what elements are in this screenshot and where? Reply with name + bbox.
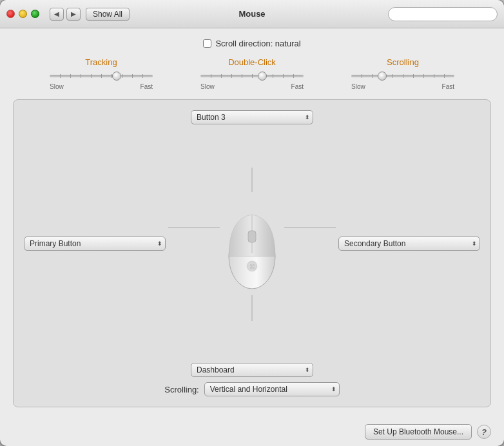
show-all-button[interactable]: Show All (86, 8, 130, 21)
double-click-range-labels: Slow Fast (200, 83, 304, 90)
tracking-label: Tracking (85, 57, 117, 67)
scrolling-select[interactable]: Vertical and Horizontal Vertical only Ho… (204, 382, 340, 396)
footer: Set Up Bluetooth Mouse... ? (0, 418, 504, 446)
close-button[interactable] (6, 10, 15, 18)
scrolling-fast-label: Fast (442, 83, 454, 90)
secondary-select-wrapper: Secondary Button Primary Button Button 3… (338, 237, 480, 251)
tracking-slider-wrap (50, 71, 153, 81)
dashboard-select[interactable]: Dashboard Mission Control Exposé Spaces … (191, 363, 313, 377)
mouse-container: ⌘ (220, 192, 284, 295)
mouse-diagram-area: ⌘ (166, 192, 338, 295)
scroll-direction-label[interactable]: Scroll direction: natural (203, 39, 300, 48)
double-click-fast-label: Fast (291, 83, 304, 90)
mouse-svg: ⌘ (220, 192, 284, 295)
svg-text:⌘: ⌘ (249, 264, 255, 270)
dashboard-row: Dashboard Mission Control Exposé Spaces … (191, 363, 313, 377)
tracking-range-labels: Slow Fast (50, 83, 153, 90)
dashboard-select-wrapper: Dashboard Mission Control Exposé Spaces … (191, 363, 313, 377)
scrolling-track (351, 75, 454, 77)
back-button[interactable]: ◀ (50, 8, 64, 21)
tracking-thumb[interactable] (112, 72, 121, 81)
window: ◀ ▶ Show All Mouse ⌕ Scroll direction: n… (0, 0, 504, 446)
double-click-slider-wrap (200, 71, 304, 81)
scrolling-range-labels: Slow Fast (351, 83, 454, 90)
svg-rect-2 (248, 231, 256, 242)
double-click-track (200, 75, 304, 77)
primary-button-select[interactable]: Primary Button Secondary Button Button 3… (24, 237, 166, 251)
bluetooth-mouse-button[interactable]: Set Up Bluetooth Mouse... (365, 424, 472, 440)
scrolling-label: Scrolling (387, 57, 419, 67)
scrolling-slider-group: Scrolling Slo (345, 57, 461, 90)
secondary-button-area: Secondary Button Primary Button Button 3… (338, 237, 480, 251)
bottom-connector-line (252, 295, 253, 321)
right-connector-line (284, 228, 336, 228)
mouse-middle-row: Primary Button Secondary Button Button 3… (24, 131, 480, 356)
scroll-direction-checkbox[interactable] (203, 39, 211, 48)
scrolling-options-row: Scrolling: Vertical and Horizontal Verti… (164, 382, 339, 396)
traffic-lights (6, 10, 39, 18)
double-click-slider-group: Double-Click (194, 57, 310, 90)
forward-button[interactable]: ▶ (66, 8, 81, 21)
double-click-label: Double-Click (228, 57, 276, 67)
content-area: Scroll direction: natural Tracking (0, 28, 504, 418)
top-connector-line (252, 168, 253, 192)
scrolling-slider-wrap (351, 71, 454, 81)
button3-select-wrapper: Button 3 Button 4 Button 5 ⬍ (191, 110, 313, 124)
tracking-fast-label: Fast (141, 83, 153, 90)
button3-select[interactable]: Button 3 Button 4 Button 5 (191, 110, 313, 124)
scrolling-select-wrapper: Vertical and Horizontal Vertical only Ho… (204, 382, 340, 396)
bottom-dropdowns: Dashboard Mission Control Exposé Spaces … (24, 363, 480, 396)
scrolling-options-label: Scrolling: (164, 385, 199, 394)
tracking-slow-label: Slow (50, 83, 64, 90)
scroll-direction-row: Scroll direction: natural (13, 39, 491, 48)
sliders-row: Tracking Slow (13, 57, 491, 90)
primary-button-area: Primary Button Secondary Button Button 3… (24, 237, 166, 251)
button3-row: Button 3 Button 4 Button 5 ⬍ (24, 110, 480, 124)
secondary-button-select[interactable]: Secondary Button Primary Button Button 3… (338, 237, 480, 251)
left-connector-line (168, 228, 220, 228)
title-bar: ◀ ▶ Show All Mouse ⌕ (0, 0, 504, 28)
primary-select-wrapper: Primary Button Secondary Button Button 3… (24, 237, 166, 251)
double-click-thumb[interactable] (258, 72, 267, 81)
scrolling-slow-label: Slow (351, 83, 365, 90)
tracking-track (50, 75, 153, 77)
maximize-button[interactable] (31, 10, 39, 18)
help-button[interactable]: ? (477, 425, 491, 439)
search-wrapper: ⌕ (388, 7, 498, 21)
scroll-direction-text: Scroll direction: natural (215, 39, 300, 48)
double-click-slow-label: Slow (200, 83, 215, 90)
navigation-buttons: ◀ ▶ Show All (50, 8, 130, 21)
minimize-button[interactable] (19, 10, 27, 18)
tracking-slider-group: Tracking Slow (43, 57, 159, 90)
mouse-config-box: Button 3 Button 4 Button 5 ⬍ Primary But… (13, 99, 491, 407)
scrolling-thumb[interactable] (378, 72, 387, 81)
search-input[interactable] (388, 7, 498, 21)
window-title: Mouse (238, 9, 265, 19)
